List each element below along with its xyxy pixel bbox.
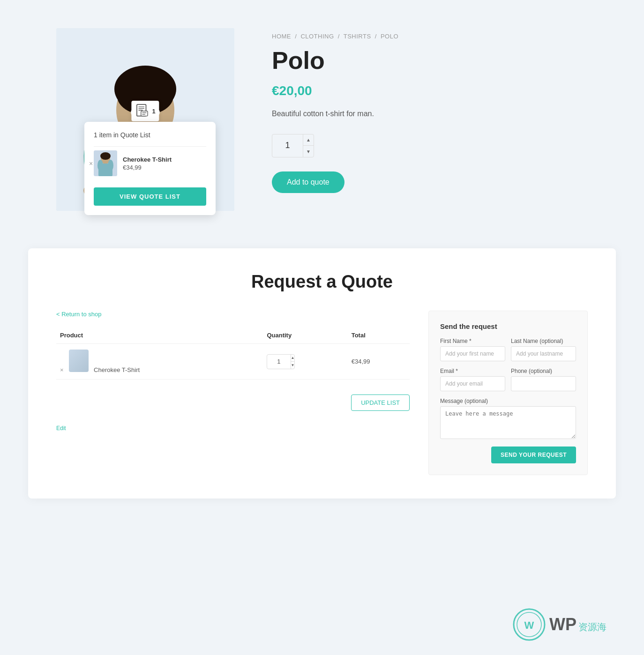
breadcrumb: HOME / CLOTHING / TSHIRTS / POLO <box>272 33 588 40</box>
table-cell-quantity: 1 ▲ ▼ <box>263 344 347 380</box>
quote-table: Product Quantity Total × Cherokee T-Shir… <box>56 327 410 380</box>
table-qty-down[interactable]: ▼ <box>291 362 295 369</box>
table-qty-arrows: ▲ ▼ <box>291 355 295 369</box>
table-product-name: Cherokee T-Shirt <box>94 366 140 373</box>
quote-table-section: < Return to shop Product Quantity Total … <box>56 311 410 432</box>
quantity-number: 1 <box>272 141 303 150</box>
table-product-image <box>69 350 89 372</box>
quote-item-image <box>94 150 117 176</box>
message-label: Message (optional) <box>440 398 576 404</box>
table-qty-number: 1 <box>267 358 290 365</box>
item-thumbnail <box>94 150 117 176</box>
return-to-shop-link[interactable]: < Return to shop <box>56 311 410 318</box>
quote-dropdown: 1 item in Quote List × Cherokee T-Shirt <box>84 122 216 215</box>
quantity-arrows: ▲ ▼ <box>303 134 314 157</box>
breadcrumb-sep1: / <box>295 33 297 40</box>
quantity-down-arrow[interactable]: ▼ <box>303 146 314 157</box>
col-total: Total <box>348 327 410 344</box>
form-group-phone: Phone (optional) <box>511 368 576 391</box>
section-title: Request a Quote <box>56 272 588 292</box>
form-group-lastname: Last Name (optional) <box>511 338 576 361</box>
quantity-wrapper: 1 ▲ ▼ <box>272 134 588 157</box>
col-product: Product <box>56 327 263 344</box>
form-row-contact: Email * Phone (optional) <box>440 368 576 391</box>
lastname-label: Last Name (optional) <box>511 338 576 344</box>
quantity-up-arrow[interactable]: ▲ <box>303 134 314 146</box>
form-group-message: Message (optional) <box>440 398 576 441</box>
form-title: Send the request <box>440 322 576 330</box>
remove-item-button[interactable]: × <box>89 160 93 167</box>
quantity-input[interactable]: 1 ▲ ▼ <box>272 134 314 157</box>
svg-text:W: W <box>524 619 534 631</box>
product-description: Beautiful cotton t-shirt for man. <box>272 108 588 120</box>
table-cell-product: × Cherokee T-Shirt <box>56 344 263 380</box>
col-quantity: Quantity <box>263 327 347 344</box>
lastname-input[interactable] <box>511 346 576 361</box>
svg-point-27 <box>100 152 111 160</box>
product-image-area: 1 1 item in Quote List × <box>56 28 234 211</box>
wp-label: WP <box>549 615 577 634</box>
breadcrumb-clothing[interactable]: CLOTHING <box>300 33 334 40</box>
svg-rect-22 <box>141 111 148 116</box>
phone-input[interactable] <box>511 376 576 391</box>
quote-item-name: Cherokee T-Shirt <box>123 156 206 163</box>
quote-item-info: Cherokee T-Shirt €34,99 <box>123 156 206 171</box>
quote-section: Request a Quote < Return to shop Product… <box>28 248 616 499</box>
email-label: Email * <box>440 368 505 374</box>
quote-item-price: €34,99 <box>123 164 206 171</box>
request-form: Send the request First Name * Last Name … <box>428 311 588 475</box>
product-details: HOME / CLOTHING / TSHIRTS / POLO Polo €2… <box>272 28 588 193</box>
table-row: × Cherokee T-Shirt 1 ▲ ▼ <box>56 344 410 380</box>
breadcrumb-polo[interactable]: POLO <box>381 33 398 40</box>
edit-link[interactable]: Edit <box>56 425 410 432</box>
quote-dropdown-title: 1 item in Quote List <box>94 131 206 139</box>
svg-point-29 <box>97 160 103 171</box>
firstname-label: First Name * <box>440 338 505 344</box>
form-group-email: Email * <box>440 368 505 391</box>
table-qty-up[interactable]: ▲ <box>291 355 295 362</box>
wp-watermark: W WP资源海 <box>513 608 607 641</box>
quote-list-icon <box>135 104 150 119</box>
breadcrumb-sep2: / <box>338 33 340 40</box>
email-input[interactable] <box>440 376 505 391</box>
breadcrumb-sep3: / <box>375 33 377 40</box>
form-group-firstname: First Name * <box>440 338 505 361</box>
message-textarea[interactable] <box>440 406 576 439</box>
wp-subtitle: 资源海 <box>578 622 607 632</box>
quote-list-item: × Cherokee T-Shirt €34,99 <box>94 146 206 180</box>
form-row-name: First Name * Last Name (optional) <box>440 338 576 361</box>
firstname-input[interactable] <box>440 346 505 361</box>
breadcrumb-tshirts[interactable]: TSHIRTS <box>344 33 371 40</box>
wp-logo-icon: W <box>513 608 546 641</box>
table-cell-total: €34,99 <box>348 344 410 380</box>
quote-count: 1 <box>152 108 155 115</box>
wp-text-block: WP资源海 <box>549 615 607 634</box>
svg-point-30 <box>108 160 113 171</box>
add-to-quote-button[interactable]: Add to quote <box>272 171 344 193</box>
breadcrumb-home[interactable]: HOME <box>272 33 291 40</box>
table-remove-button[interactable]: × <box>60 366 64 373</box>
update-list-button[interactable]: UPDATE LIST <box>351 394 410 411</box>
product-price: €20,00 <box>272 83 588 98</box>
send-request-button[interactable]: SEND YOUR REQUEST <box>491 447 576 463</box>
view-quote-list-button[interactable]: VIEW QUOTE LIST <box>94 187 206 206</box>
phone-label: Phone (optional) <box>511 368 576 374</box>
quote-content: < Return to shop Product Quantity Total … <box>56 311 588 475</box>
table-quantity-input[interactable]: 1 ▲ ▼ <box>267 354 295 369</box>
product-title: Polo <box>272 47 588 74</box>
